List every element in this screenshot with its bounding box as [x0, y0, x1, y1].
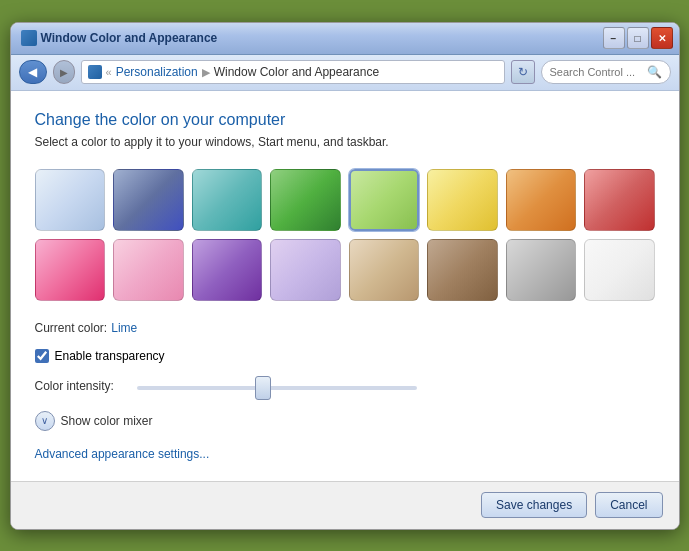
color-swatch-red[interactable]: [584, 169, 655, 231]
current-color-row: Current color: Lime: [35, 321, 655, 335]
address-icon: [88, 65, 102, 79]
color-swatch-sky[interactable]: [35, 169, 106, 231]
breadcrumb-personalization[interactable]: Personalization: [116, 65, 198, 79]
forward-button[interactable]: ▶: [53, 60, 75, 84]
transparency-checkbox[interactable]: [35, 349, 49, 363]
color-swatch-pink[interactable]: [35, 239, 106, 301]
color-swatch-navy[interactable]: [113, 169, 184, 231]
address-arrow: ▶: [202, 66, 210, 79]
content-area: Change the color on your computer Select…: [11, 91, 679, 481]
window-icon: [21, 30, 37, 46]
search-input[interactable]: [550, 66, 643, 78]
show-mixer-label: Show color mixer: [61, 414, 153, 428]
minimize-button[interactable]: −: [603, 27, 625, 49]
address-bar: « Personalization ▶ Window Color and App…: [81, 60, 505, 84]
color-grid: [35, 169, 655, 301]
transparency-row: Enable transparency: [35, 349, 655, 363]
footer: Save changes Cancel: [11, 481, 679, 529]
color-row-2: [35, 239, 655, 301]
search-bar: 🔍: [541, 60, 671, 84]
intensity-row: Color intensity:: [35, 379, 655, 393]
color-swatch-green[interactable]: [270, 169, 341, 231]
page-subtitle: Select a color to apply it to your windo…: [35, 135, 655, 149]
show-mixer-row: ∨ Show color mixer: [35, 411, 655, 431]
chevron-down-icon: ∨: [41, 415, 48, 426]
color-swatch-brown[interactable]: [427, 239, 498, 301]
title-bar-left: Window Color and Appearance: [21, 30, 218, 46]
intensity-slider[interactable]: [137, 386, 417, 390]
color-swatch-white[interactable]: [584, 239, 655, 301]
nav-bar: ◀ ▶ « Personalization ▶ Window Color and…: [11, 55, 679, 91]
color-swatch-gray[interactable]: [506, 239, 577, 301]
title-bar: Window Color and Appearance − □ ✕: [11, 23, 679, 55]
back-icon: ◀: [28, 65, 37, 79]
page-title: Change the color on your computer: [35, 111, 655, 129]
close-button[interactable]: ✕: [651, 27, 673, 49]
breadcrumb-current: Window Color and Appearance: [214, 65, 379, 79]
address-separator1: «: [106, 66, 112, 78]
expand-mixer-button[interactable]: ∨: [35, 411, 55, 431]
color-swatch-sand[interactable]: [349, 239, 420, 301]
intensity-label: Color intensity:: [35, 379, 125, 393]
color-swatch-orange[interactable]: [506, 169, 577, 231]
intensity-slider-container: [137, 379, 417, 393]
cancel-button[interactable]: Cancel: [595, 492, 662, 518]
transparency-label: Enable transparency: [55, 349, 165, 363]
color-swatch-lightpink[interactable]: [113, 239, 184, 301]
advanced-settings-link[interactable]: Advanced appearance settings...: [35, 447, 210, 461]
maximize-button[interactable]: □: [627, 27, 649, 49]
refresh-icon: ↻: [518, 65, 528, 79]
back-button[interactable]: ◀: [19, 60, 47, 84]
main-window: Window Color and Appearance − □ ✕ ◀ ▶ « …: [10, 22, 680, 530]
search-icon[interactable]: 🔍: [647, 65, 662, 79]
color-swatch-yellow[interactable]: [427, 169, 498, 231]
refresh-button[interactable]: ↻: [511, 60, 535, 84]
current-color-label: Current color:: [35, 321, 108, 335]
window-title: Window Color and Appearance: [41, 31, 218, 45]
save-button[interactable]: Save changes: [481, 492, 587, 518]
current-color-value: Lime: [111, 321, 137, 335]
color-swatch-lime[interactable]: [349, 169, 420, 231]
color-swatch-purple[interactable]: [192, 239, 263, 301]
color-swatch-lavender[interactable]: [270, 239, 341, 301]
title-controls: − □ ✕: [603, 27, 673, 49]
color-swatch-teal[interactable]: [192, 169, 263, 231]
forward-icon: ▶: [60, 67, 68, 78]
color-row-1: [35, 169, 655, 231]
